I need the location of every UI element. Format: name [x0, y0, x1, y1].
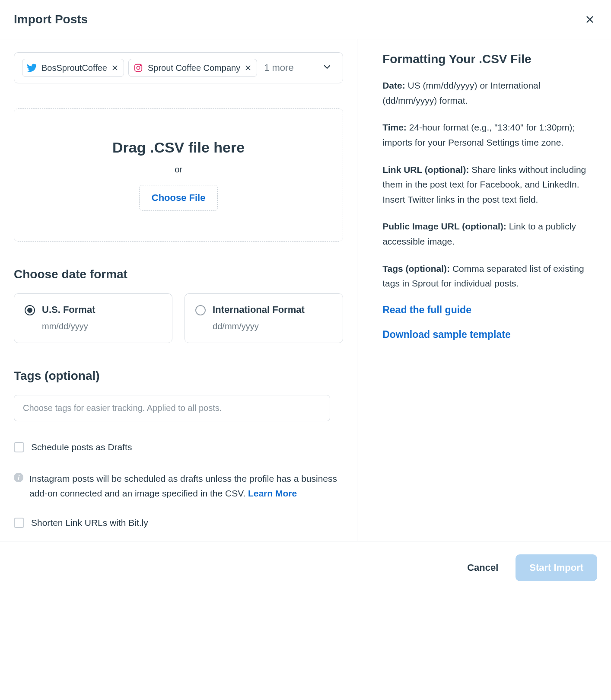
format-item-time: Time: 24-hour format (e.g., "13:40" for … — [382, 120, 595, 150]
svg-point-6 — [140, 65, 141, 66]
cancel-button[interactable]: Cancel — [464, 556, 502, 579]
download-template-link[interactable]: Download sample template — [382, 329, 595, 340]
profile-chip-label: Sprout Coffee Company — [148, 63, 240, 73]
profile-chip-label: BosSproutCoffee — [41, 63, 107, 73]
tags-heading: Tags (optional) — [14, 369, 343, 383]
close-icon — [585, 15, 595, 24]
close-button[interactable] — [582, 12, 597, 27]
dropzone-or-label: or — [23, 165, 334, 175]
read-guide-link[interactable]: Read the full guide — [382, 304, 595, 316]
choose-file-button[interactable]: Choose File — [139, 185, 218, 211]
modal-title: Import Posts — [14, 13, 88, 26]
instagram-info-note: i Instagram posts will be scheduled as d… — [14, 471, 343, 500]
more-profiles-label: 1 more — [264, 62, 293, 73]
profile-chip-instagram: Sprout Coffee Company — [128, 59, 257, 77]
format-option-label: International Format — [213, 304, 305, 315]
date-format-intl-option[interactable]: International Format dd/mm/yyyy — [185, 293, 343, 343]
profile-chip-twitter: BosSproutCoffee — [22, 59, 124, 77]
date-format-us-option[interactable]: U.S. Format mm/dd/yyyy — [14, 293, 172, 343]
dropzone-title: Drag .CSV file here — [23, 139, 334, 156]
profile-selector[interactable]: BosSproutCoffee Sprout Coffee Company — [14, 52, 343, 83]
twitter-icon — [27, 63, 37, 73]
tags-input[interactable] — [14, 395, 330, 421]
modal-footer: Cancel Start Import — [0, 541, 611, 594]
modal-header: Import Posts — [0, 0, 611, 39]
schedule-drafts-checkbox[interactable] — [14, 442, 24, 452]
chevron-down-icon — [322, 62, 332, 72]
format-item-tags: Tags (optional): Comma separated list of… — [382, 261, 595, 291]
format-item-link: Link URL (optional): Share links without… — [382, 162, 595, 207]
radio-unselected[interactable] — [195, 305, 206, 315]
close-icon — [111, 64, 118, 71]
radio-selected[interactable] — [25, 305, 35, 315]
schedule-drafts-row: Schedule posts as Drafts — [14, 442, 343, 452]
info-text: Instagram posts will be scheduled as dra… — [29, 471, 343, 500]
bitly-checkbox[interactable] — [14, 518, 24, 528]
info-icon: i — [14, 473, 23, 482]
learn-more-link[interactable]: Learn More — [248, 488, 297, 498]
import-posts-modal: Import Posts BosSproutCoffee — [0, 0, 611, 594]
remove-chip-button[interactable] — [245, 64, 251, 71]
close-icon — [245, 64, 251, 71]
schedule-drafts-label: Schedule posts as Drafts — [31, 442, 132, 452]
bitly-label: Shorten Link URLs with Bit.ly — [31, 518, 148, 528]
format-option-label: U.S. Format — [42, 304, 95, 315]
remove-chip-button[interactable] — [111, 64, 118, 71]
bitly-row: Shorten Link URLs with Bit.ly — [14, 518, 343, 528]
format-option-sub: mm/dd/yyyy — [42, 321, 95, 331]
expand-profiles-button[interactable] — [319, 59, 335, 77]
instagram-icon — [133, 63, 143, 73]
format-option-sub: dd/mm/yyyy — [213, 321, 305, 331]
file-dropzone[interactable]: Drag .CSV file here or Choose File — [14, 108, 343, 242]
format-item-date: Date: US (mm/dd/yyyy) or International (… — [382, 78, 595, 108]
start-import-button[interactable]: Start Import — [516, 554, 597, 581]
svg-point-5 — [137, 66, 140, 69]
date-format-heading: Choose date format — [14, 267, 343, 281]
format-item-image: Public Image URL (optional): Link to a p… — [382, 219, 595, 249]
formatting-heading: Formatting Your .CSV File — [382, 52, 595, 66]
